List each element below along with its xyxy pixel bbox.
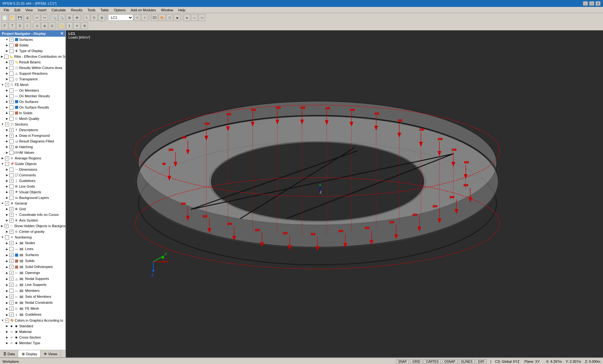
tree-expand-45[interactable]: ▶ [5, 295, 9, 299]
tree-expand-50[interactable]: ▶ [5, 324, 9, 328]
tree-check-33[interactable] [4, 224, 8, 228]
tree-item-48[interactable]: ▶|33 Guidelines [0, 312, 65, 318]
tree-check-25[interactable] [9, 179, 14, 183]
tree-check-42[interactable] [9, 277, 14, 281]
tb-save[interactable]: 💾 [16, 14, 23, 21]
tb-measure[interactable]: 📏 [58, 22, 65, 29]
tb-undo[interactable]: ↩ [34, 14, 41, 21]
tab-display[interactable]: 🖥 Display [18, 350, 41, 357]
tree-check-47[interactable] [9, 307, 14, 311]
tree-check-49[interactable] [5, 318, 9, 323]
tree-item-46[interactable]: ▶⊠33 Nodal Constraints [0, 300, 65, 306]
tree-expand-2[interactable]: ▶ [5, 49, 9, 53]
tree-item-33[interactable]: ▶◌Show Hidden Objects in Backgrou [0, 223, 65, 229]
tree-check-41[interactable] [9, 271, 14, 275]
tree-item-40[interactable]: ▶🟫33 Solid Orthotropies [0, 264, 65, 270]
cartes-button[interactable]: CARTES [424, 359, 441, 364]
tree-item-23[interactable]: ▶↔Dimensions [0, 167, 65, 172]
tree-expand-11[interactable]: ▶ [5, 100, 9, 104]
tree-item-27[interactable]: ▶👁Visual Objects [0, 189, 65, 195]
tree-check-31[interactable] [9, 213, 14, 217]
tree-expand-44[interactable]: ▶ [5, 289, 9, 293]
tree-expand-0[interactable]: ▼ [5, 38, 9, 41]
tree-item-5[interactable]: ▶⬜Results Within Column Area [0, 65, 65, 71]
tree-expand-4[interactable]: ▶ [5, 60, 9, 64]
tree-expand-47[interactable]: ▶ [5, 307, 9, 311]
tree-expand-24[interactable]: ▶ [5, 173, 9, 177]
tree-check-7[interactable] [9, 77, 14, 81]
tree-item-53[interactable]: ▶○◉Member Type [0, 340, 65, 346]
tree-expand-9[interactable]: ▶ [5, 88, 9, 92]
tree-expand-30[interactable]: ▶ [5, 207, 9, 211]
nav-tree[interactable]: ▼🟦Surfaces▶🟫Solids▶🖥Type of Display▶📐Rib… [0, 37, 65, 350]
tree-item-35[interactable]: ▼#Numbering [0, 234, 65, 240]
menu-file[interactable]: File [1, 8, 12, 13]
tree-expand-28[interactable]: ▶ [5, 196, 9, 200]
tree-item-43[interactable]: ▶△33 Line Supports [0, 282, 65, 288]
tree-item-41[interactable]: ▶□33 Openings [0, 270, 65, 276]
tree-check-23[interactable] [9, 168, 14, 172]
tree-check-21[interactable] [5, 156, 9, 160]
tree-expand-38[interactable]: ▶ [5, 253, 9, 257]
tree-check-34[interactable] [9, 230, 14, 234]
tree-check-15[interactable] [5, 122, 9, 126]
close-button[interactable]: ✕ [595, 1, 600, 6]
snap-button[interactable]: SNAP [396, 359, 409, 364]
tree-check-4[interactable] [9, 60, 14, 64]
tree-item-50[interactable]: ▶●◉Standard [0, 323, 65, 329]
tree-expand-14[interactable]: ▶ [5, 117, 9, 120]
tree-item-26[interactable]: ▶⊞Line Grids [0, 184, 65, 189]
tree-expand-13[interactable]: ▶ [5, 111, 9, 115]
tree-item-52[interactable]: ▶○◉Cross-Section [0, 335, 65, 340]
tree-item-12[interactable]: ▶🟦On Surface Results [0, 104, 65, 110]
tree-item-37[interactable]: ▶—33 Lines [0, 246, 65, 252]
tree-expand-25[interactable]: ▶ [5, 179, 9, 183]
menu-view[interactable]: View [23, 8, 35, 13]
tree-expand-29[interactable]: ▼ [1, 201, 4, 205]
tb-zoom-out[interactable]: 🔍 [58, 14, 65, 21]
tree-expand-18[interactable]: ▶ [5, 139, 9, 143]
tree-item-36[interactable]: ▶●33 Nodes [0, 240, 65, 246]
tree-item-16[interactable]: ▶TDescriptions [0, 127, 65, 133]
tree-check-14[interactable] [9, 117, 14, 121]
tab-views[interactable]: 👁 Views [41, 350, 61, 357]
tree-check-43[interactable] [9, 283, 14, 287]
tree-item-34[interactable]: ▶⊙Center of gravity [0, 229, 65, 234]
tree-expand-34[interactable]: ▶ [5, 230, 9, 233]
tree-item-24[interactable]: ▶💬Comments [0, 172, 65, 178]
tree-check-12[interactable] [9, 105, 14, 110]
tb-new[interactable]: 📄 [1, 14, 8, 21]
tree-check-45[interactable] [9, 295, 14, 299]
tb-3d[interactable]: 3D [151, 14, 158, 21]
tree-expand-16[interactable]: ▶ [5, 128, 9, 132]
grid-button[interactable]: GRID [410, 359, 422, 364]
tree-radio-50[interactable]: ● [9, 324, 14, 328]
tree-expand-36[interactable]: ▶ [5, 241, 9, 245]
tree-item-49[interactable]: ▼🎨Colors in Graphics According to [0, 318, 65, 323]
tree-item-47[interactable]: ▶⬡33 FE Mesh [0, 306, 65, 312]
viewport[interactable]: LC1 Loads [kN/m²] [66, 30, 603, 357]
tree-expand-23[interactable]: ▶ [5, 168, 9, 171]
tree-item-7[interactable]: ▶◻Transparent [0, 76, 65, 82]
tree-expand-22[interactable]: ▼ [1, 162, 4, 166]
tree-expand-32[interactable]: ▶ [5, 218, 9, 222]
tree-check-27[interactable] [9, 190, 14, 194]
tree-check-35[interactable] [5, 235, 9, 239]
glines-button[interactable]: GLINES [459, 359, 475, 364]
tree-check-1[interactable] [9, 43, 14, 47]
tree-item-25[interactable]: ▶|Guidelines [0, 178, 65, 184]
tree-item-4[interactable]: ▶📏Result Beams [0, 59, 65, 65]
tb-snap-node[interactable]: ⊙ [34, 22, 41, 29]
tree-expand-39[interactable]: ▶ [5, 259, 9, 263]
tb-props[interactable]: ⚙ [81, 22, 88, 29]
tree-check-16[interactable] [9, 128, 14, 132]
tree-item-22[interactable]: ▼📌Guide Objects [0, 161, 65, 167]
tree-check-28[interactable] [9, 196, 14, 200]
tree-item-39[interactable]: ▶🟫33 Solids [0, 258, 65, 264]
tree-expand-51[interactable]: ▶ [5, 330, 9, 334]
tree-expand-26[interactable]: ▶ [5, 185, 9, 188]
menu-calculate[interactable]: Calculate [49, 8, 68, 13]
maximize-button[interactable]: □ [589, 1, 594, 6]
tree-expand-17[interactable]: ▶ [5, 134, 9, 137]
tree-item-8[interactable]: ▼⬡FE Mesh [0, 82, 65, 88]
